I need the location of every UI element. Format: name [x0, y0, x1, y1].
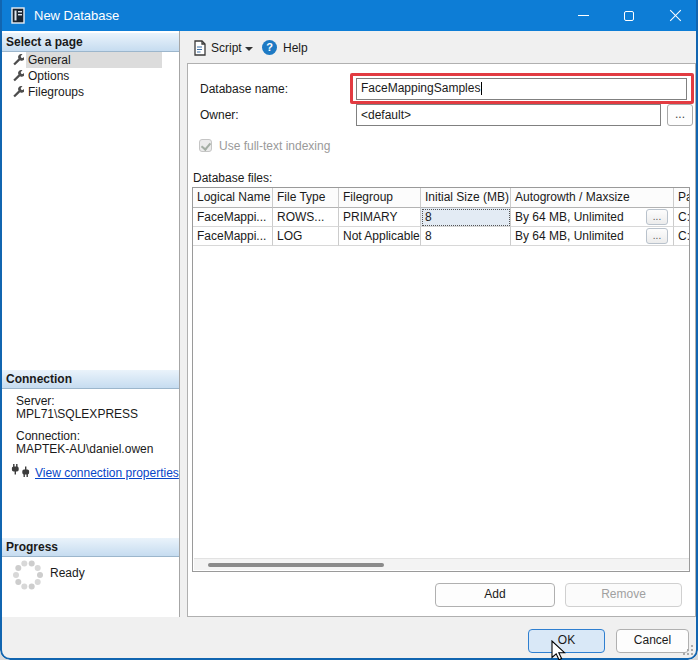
scrollbar-thumb[interactable]: [208, 563, 384, 567]
sidebar: Select a page General Options Filegroups…: [2, 31, 180, 618]
grid-header-row: Logical Name File Type Filegroup Initial…: [193, 188, 674, 208]
column-header-filegroup: Filegroup: [339, 188, 421, 208]
remove-button: Remove: [565, 583, 682, 607]
sidebar-item-filegroups[interactable]: Filegroups: [2, 84, 179, 100]
cell-file-type[interactable]: ROWS...: [273, 208, 339, 227]
column-header-logical-name: Logical Name: [193, 188, 273, 208]
add-button[interactable]: Add: [435, 583, 555, 607]
column-header-initial-size: Initial Size (MB): [421, 188, 511, 208]
cell-file-type[interactable]: LOG: [273, 227, 339, 246]
cell-initial-size[interactable]: 8: [421, 227, 511, 246]
horizontal-scrollbar[interactable]: [194, 558, 689, 570]
owner-input[interactable]: [356, 104, 661, 126]
app-icon: [10, 7, 27, 27]
database-name-input[interactable]: FaceMappingSamples: [356, 78, 687, 100]
connection-value: MAPTEK-AU\daniel.owen: [16, 442, 153, 456]
script-button[interactable]: Script: [211, 41, 242, 55]
wrench-icon: [11, 85, 24, 101]
database-files-grid: Logical Name File Type Filegroup Initial…: [192, 187, 690, 572]
cell-path[interactable]: C:: [674, 208, 690, 227]
server-value: MPL71\SQLEXPRESS: [16, 407, 138, 421]
script-icon: [192, 40, 207, 60]
column-header-autogrowth: Autogrowth / Maxsize: [511, 188, 674, 208]
progress-status: Ready: [50, 566, 85, 580]
help-icon: ?: [262, 40, 277, 55]
wrench-icon: [11, 53, 24, 69]
maximize-button[interactable]: [606, 0, 652, 31]
minimize-button[interactable]: [560, 0, 606, 31]
server-label: Server:: [16, 394, 55, 408]
close-button[interactable]: [652, 0, 698, 31]
cell-logical-name[interactable]: FaceMappi...: [193, 227, 273, 246]
resize-grip[interactable]: [681, 643, 693, 655]
sidebar-item-label: Filegroups: [28, 85, 84, 99]
fulltext-checkbox: [199, 139, 212, 152]
minimize-icon: [578, 15, 589, 16]
fulltext-label: Use full-text indexing: [219, 139, 330, 153]
window-title: New Database: [34, 8, 119, 23]
cancel-button[interactable]: Cancel: [616, 629, 689, 653]
autogrowth-value: By 64 MB, Unlimited: [515, 229, 624, 243]
text-caret: [481, 82, 482, 95]
connection-label: Connection:: [16, 429, 80, 443]
cell-path[interactable]: C:: [674, 227, 690, 246]
cell-autogrowth[interactable]: By 64 MB, Unlimited...: [511, 227, 674, 246]
script-dropdown-arrow[interactable]: [245, 47, 253, 51]
mouse-cursor: [551, 640, 568, 660]
help-button[interactable]: Help: [283, 41, 308, 55]
select-page-header: Select a page: [2, 33, 179, 52]
database-name-value: FaceMappingSamples: [361, 81, 480, 95]
connection-plug-icon: [11, 463, 31, 481]
cell-autogrowth[interactable]: By 64 MB, Unlimited...: [511, 208, 674, 227]
autogrowth-browse-button[interactable]: ...: [646, 209, 668, 225]
cell-logical-name[interactable]: FaceMappi...: [193, 208, 273, 227]
close-icon: [669, 9, 682, 22]
column-header-file-type: File Type: [273, 188, 339, 208]
sidebar-item-options[interactable]: Options: [2, 68, 179, 84]
titlebar[interactable]: New Database: [0, 0, 698, 31]
cell-initial-size-selected[interactable]: 8: [421, 208, 511, 227]
wrench-icon: [11, 69, 24, 85]
sidebar-item-label: General: [28, 53, 71, 67]
database-files-label: Database files:: [193, 171, 272, 185]
sidebar-item-general[interactable]: General: [2, 52, 179, 68]
maximize-icon: [624, 11, 634, 21]
progress-header: Progress: [2, 538, 179, 557]
progress-spinner-icon: [11, 558, 45, 595]
cell-filegroup[interactable]: PRIMARY: [339, 208, 421, 227]
database-name-label: Database name:: [200, 82, 288, 96]
view-connection-properties-link[interactable]: View connection properties: [35, 466, 179, 480]
sidebar-item-label: Options: [28, 69, 69, 83]
new-database-dialog: New Database Select a page General Optio…: [0, 0, 698, 660]
autogrowth-value: By 64 MB, Unlimited: [515, 210, 624, 224]
grid-row-log-file: FaceMappi... LOG Not Applicable 8 By 64 …: [193, 227, 674, 246]
owner-browse-button[interactable]: ...: [667, 104, 693, 126]
column-header-path: Pa: [674, 188, 690, 208]
grid-row-rows-file: FaceMappi... ROWS... PRIMARY 8 By 64 MB,…: [193, 208, 674, 227]
autogrowth-browse-button[interactable]: ...: [646, 228, 668, 244]
cell-filegroup[interactable]: Not Applicable: [339, 227, 421, 246]
owner-label: Owner:: [200, 108, 239, 122]
connection-header: Connection: [2, 370, 179, 389]
